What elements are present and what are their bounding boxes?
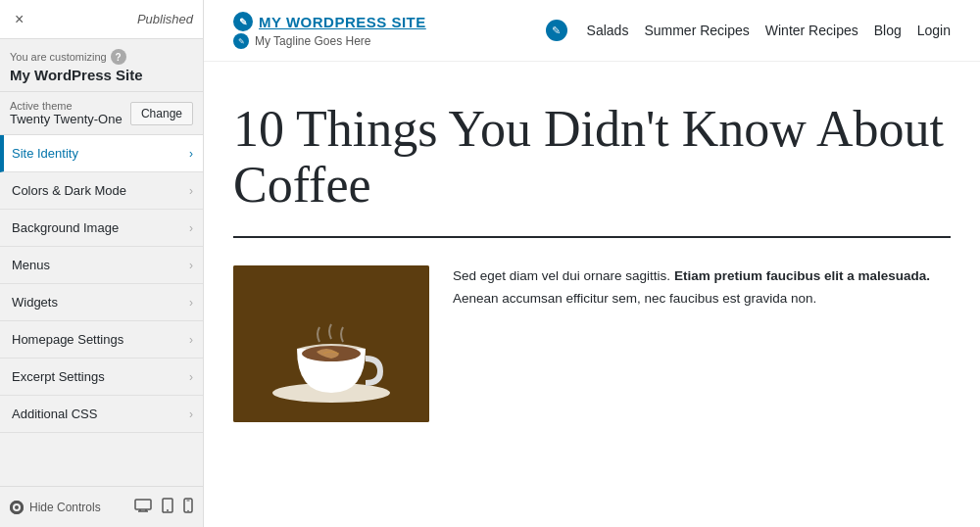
hide-controls-label: Hide Controls: [29, 501, 101, 514]
site-name: My WordPress Site: [10, 67, 193, 83]
sidebar: × Published You are customizing ? My Wor…: [0, 0, 204, 527]
sidebar-header: × Published: [0, 0, 203, 39]
chevron-right-icon: ›: [189, 333, 193, 347]
customizing-section: You are customizing ? My WordPress Site: [0, 39, 203, 92]
post-body: Sed eget diam vel dui ornare sagittis. E…: [233, 265, 951, 422]
site-tagline-text: My Tagline Goes Here: [255, 34, 371, 48]
nav-item-widgets-label: Widgets: [12, 295, 58, 310]
sidebar-footer: Hide Controls: [0, 486, 203, 527]
hide-icon: [10, 501, 24, 514]
nav-link-salads[interactable]: Salads: [587, 23, 629, 38]
main-content: 10 Things You Didn't Know About Coffee: [204, 62, 980, 452]
nav-item-site-identity-label: Site Identity: [12, 146, 78, 161]
svg-point-10: [187, 509, 189, 511]
published-status: Published: [137, 12, 193, 26]
nav-item-homepage-label: Homepage Settings: [12, 332, 123, 347]
post-excerpt-end: Aenean accumsan efficitur sem, nec fauci…: [453, 291, 816, 306]
svg-rect-3: [135, 500, 151, 509]
nav-item-site-identity[interactable]: Site Identity ›: [0, 135, 203, 172]
edit-nav-icon[interactable]: ✎: [546, 20, 567, 41]
post-image: [233, 265, 429, 422]
nav-link-summer-recipes[interactable]: Summer Recipes: [644, 23, 749, 38]
nav-link-winter-recipes[interactable]: Winter Recipes: [765, 23, 858, 38]
chevron-right-icon: ›: [189, 296, 193, 310]
nav-item-colors-label: Colors & Dark Mode: [12, 183, 126, 198]
chevron-right-icon: ›: [189, 221, 193, 235]
preview-frame: ✎ MY WORDPRESS SITE ✎ My Tagline Goes He…: [204, 0, 980, 527]
nav-item-menus-label: Menus: [12, 258, 50, 272]
post-title: 10 Things You Didn't Know About Coffee: [233, 101, 951, 213]
active-theme-label: Active theme: [10, 100, 122, 112]
theme-section: Active theme Twenty Twenty-One Change: [0, 92, 203, 135]
chevron-right-icon: ›: [189, 407, 193, 421]
site-header: ✎ MY WORDPRESS SITE ✎ My Tagline Goes He…: [204, 0, 980, 62]
site-title[interactable]: ✎ MY WORDPRESS SITE: [233, 12, 426, 31]
nav-item-colors-dark-mode[interactable]: Colors & Dark Mode ›: [0, 172, 203, 210]
theme-name: Twenty Twenty-One: [10, 112, 122, 126]
nav-link-login[interactable]: Login: [917, 23, 951, 38]
close-icon: ×: [15, 11, 24, 27]
chevron-right-icon: ›: [189, 370, 193, 384]
edit-site-title-icon[interactable]: ✎: [233, 12, 253, 31]
nav-links: Salads Summer Recipes Winter Recipes Blo…: [587, 23, 951, 38]
nav-item-css-label: Additional CSS: [12, 407, 97, 421]
tablet-view-icon[interactable]: [162, 498, 173, 517]
nav-item-additional-css[interactable]: Additional CSS ›: [0, 396, 203, 433]
customizer-nav: Site Identity › Colors & Dark Mode › Bac…: [0, 135, 203, 486]
coffee-image-svg: [233, 265, 429, 422]
site-navigation: ✎ Salads Summer Recipes Winter Recipes B…: [546, 20, 951, 41]
post-excerpt-bold: Etiam pretium faucibus elit a malesuada.: [674, 268, 930, 283]
help-icon[interactable]: ?: [111, 49, 126, 65]
theme-info: Active theme Twenty Twenty-One: [10, 100, 122, 126]
site-tagline: ✎ My Tagline Goes Here: [233, 33, 426, 49]
desktop-view-icon[interactable]: [134, 499, 152, 516]
preview-content: ✎ MY WORDPRESS SITE ✎ My Tagline Goes He…: [204, 0, 980, 527]
site-title-text: MY WORDPRESS SITE: [259, 14, 426, 30]
customizing-text: You are customizing: [10, 51, 107, 63]
post-excerpt-start: Sed eget diam vel dui ornare sagittis.: [453, 268, 674, 283]
mobile-view-icon[interactable]: [183, 498, 193, 517]
svg-point-8: [167, 509, 169, 511]
site-branding: ✎ MY WORDPRESS SITE ✎ My Tagline Goes He…: [233, 12, 426, 49]
nav-link-blog[interactable]: Blog: [874, 23, 902, 38]
nav-item-widgets[interactable]: Widgets ›: [0, 284, 203, 321]
post-excerpt: Sed eget diam vel dui ornare sagittis. E…: [453, 265, 951, 311]
close-button[interactable]: ×: [10, 9, 28, 30]
nav-item-menus[interactable]: Menus ›: [0, 247, 203, 284]
svg-point-2: [15, 505, 19, 509]
view-icons: [134, 498, 193, 517]
nav-item-background-label: Background Image: [12, 220, 119, 235]
change-theme-button[interactable]: Change: [130, 102, 193, 125]
post-divider: [233, 236, 951, 238]
chevron-right-icon: ›: [189, 184, 193, 198]
hide-controls-button[interactable]: Hide Controls: [10, 501, 101, 514]
chevron-right-icon: ›: [189, 147, 193, 161]
customizing-label: You are customizing ?: [10, 49, 193, 65]
edit-tagline-icon[interactable]: ✎: [233, 33, 249, 49]
nav-item-excerpt-settings[interactable]: Excerpt Settings ›: [0, 359, 203, 396]
chevron-right-icon: ›: [189, 259, 193, 272]
nav-item-excerpt-label: Excerpt Settings: [12, 369, 105, 384]
nav-item-homepage-settings[interactable]: Homepage Settings ›: [0, 321, 203, 359]
nav-item-background-image[interactable]: Background Image ›: [0, 210, 203, 247]
